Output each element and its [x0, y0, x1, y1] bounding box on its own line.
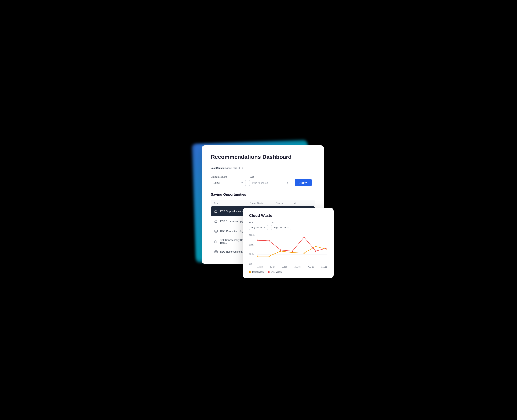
y-label-15k: $15K	[249, 244, 256, 246]
date-filters: From: Aug 1st 19 ▼ To: Aug 23st 19 ▼	[249, 221, 327, 230]
chevron-down-icon: ▼	[241, 182, 243, 184]
col-total: Total	[214, 202, 249, 204]
tags-filter: Tags Type to search ▼	[249, 176, 291, 186]
tw-dot-5	[303, 252, 305, 254]
database-icon	[214, 229, 219, 233]
tw-dot-3	[280, 251, 281, 252]
y-label-7.5k: $7.5K	[249, 253, 256, 255]
to-date-group: To: Aug 23st 19 ▼	[271, 221, 291, 230]
legend-over-waste: Over Waste	[268, 271, 282, 273]
ow-dot-6	[315, 251, 316, 252]
ow-dot-2	[268, 240, 270, 241]
last-update: Last Update: August 23rd 2019	[211, 167, 315, 169]
tw-dot-7	[327, 249, 327, 250]
chevron-down-icon: ▼	[287, 182, 288, 184]
svg-point-1	[215, 251, 218, 252]
y-label-0k: $0k	[249, 263, 256, 265]
x-label-jul27: Jul 27	[270, 266, 275, 268]
from-label: From:	[249, 221, 268, 224]
linked-accounts-label: Linked accounts	[211, 176, 246, 178]
table-header: Total Annual Saving %of to #	[211, 200, 315, 206]
col-count: #	[294, 202, 307, 204]
over-waste-dot	[268, 271, 270, 273]
tags-dropdown[interactable]: Type to search ▼	[249, 180, 291, 186]
chart-x-axis: Jul 23 Jul 27 Jul 31 Aug 04 Aug 10 Aug 2…	[258, 265, 327, 269]
ow-dot-7	[327, 248, 327, 249]
legend-target-waste: Target waste	[249, 271, 264, 273]
row-label: EC2 Stopped Instance	[220, 210, 245, 213]
linked-accounts-filter: Linked accounts Select ▼	[211, 176, 246, 186]
ow-dot-4	[292, 251, 293, 252]
y-label-28.1k: $28.1K	[249, 234, 256, 236]
saving-opportunities-title: Saving Opportunities	[211, 193, 315, 196]
to-label: To:	[271, 221, 291, 224]
svg-point-0	[215, 230, 218, 231]
col-percent: %of to	[276, 202, 294, 204]
chart-svg	[258, 234, 327, 265]
tw-dot-6	[315, 246, 316, 247]
from-date-select[interactable]: Aug 1st 19 ▼	[249, 225, 268, 230]
database-icon	[214, 249, 219, 254]
to-date-value: Aug 23st 19	[273, 226, 286, 229]
col-annual-saving: Annual Saving	[249, 202, 276, 204]
cloud-waste-chart: $0k $7.5K $15K $28.1K	[249, 234, 327, 269]
target-waste-dot	[249, 271, 251, 273]
ow-dot-1	[258, 240, 258, 241]
tags-label: Tags	[249, 176, 291, 178]
from-date-value: Aug 1st 19	[251, 226, 262, 229]
page-title: Recommendations Dashboard	[211, 154, 315, 160]
chart-svg-area	[258, 234, 327, 265]
cloud-waste-title: Cloud Waste	[249, 213, 327, 218]
tw-dot-1	[258, 255, 258, 257]
apply-button[interactable]: Apply	[295, 179, 312, 186]
chart-y-axis: $0k $7.5K $15K $28.1K	[249, 234, 256, 265]
linked-accounts-dropdown[interactable]: Select ▼	[211, 180, 246, 186]
x-label-aug22: Aug 22	[321, 266, 327, 268]
over-waste-line	[258, 237, 327, 251]
x-label-jul23: Jul 23	[258, 266, 263, 268]
tags-placeholder: Type to search	[252, 181, 268, 184]
x-label-aug04: Aug 04	[295, 266, 301, 268]
chevron-down-icon: ▼	[264, 226, 266, 229]
to-date-select[interactable]: Aug 23st 19 ▼	[271, 225, 291, 230]
cloud-icon	[214, 239, 218, 244]
target-waste-label: Target waste	[252, 271, 264, 273]
scene: Recommendations Dashboard Last Update: A…	[192, 138, 325, 282]
filters-row: Linked accounts Select ▼ Tags Type to se…	[211, 176, 315, 186]
x-label-aug10: Aug 10	[308, 266, 314, 268]
cloud-icon	[214, 209, 219, 214]
cloud-waste-card: Cloud Waste From: Aug 1st 19 ▼ To: Aug 2…	[243, 208, 334, 278]
tw-dot-4	[292, 252, 293, 253]
chevron-down-icon: ▼	[287, 226, 289, 229]
chart-legend: Target waste Over Waste	[249, 271, 327, 273]
ow-dot-5	[303, 237, 305, 238]
over-waste-label: Over Waste	[271, 271, 282, 273]
x-label-jul31: Jul 31	[282, 266, 287, 268]
linked-accounts-value: Select	[214, 181, 220, 184]
from-date-group: From: Aug 1st 19 ▼	[249, 221, 268, 230]
ow-dot-3	[280, 249, 281, 251]
cloud-icon	[214, 219, 219, 224]
tw-dot-2	[268, 255, 270, 257]
